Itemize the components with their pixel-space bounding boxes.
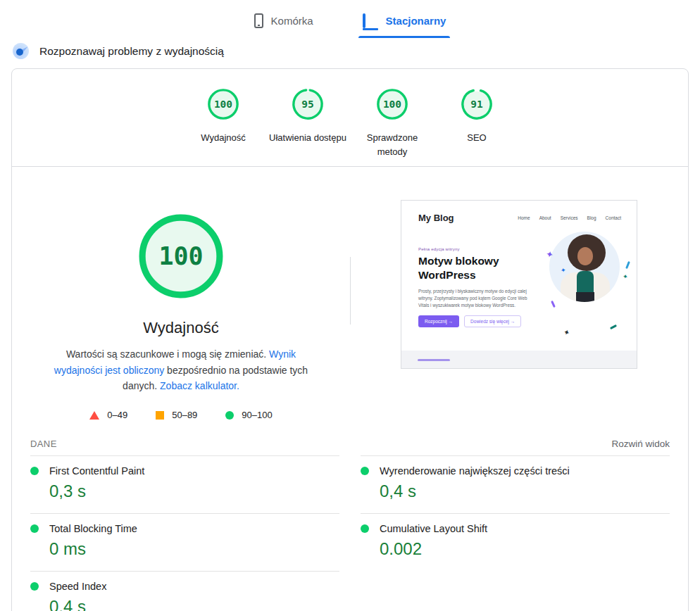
- tab-desktop-label: Stacjonarny: [386, 15, 446, 27]
- dash-decoration-blue: [625, 261, 630, 269]
- metric-value: 0,4 s: [49, 597, 339, 611]
- legend-pass-label: 90–100: [242, 410, 272, 420]
- seo-gauge: 91: [461, 88, 493, 120]
- legend-fail-label: 0–49: [107, 410, 127, 420]
- thumb-heading: Motyw blokowy WordPress: [418, 254, 503, 282]
- dash-decoration-purple: [551, 301, 556, 308]
- thumb-nav-contact: Contact: [606, 215, 621, 220]
- performance-summary: 100 Wydajność Wartości są szacunkowe i m…: [12, 188, 350, 420]
- page-screenshot-thumbnail[interactable]: My Blog Home About Services Blog Contact…: [401, 200, 637, 369]
- performance-description: Wartości są szacunkowe i mogą się zmieni…: [43, 346, 319, 393]
- page-title: Rozpoznawaj problemy z wydajnością: [39, 45, 224, 58]
- tab-desktop[interactable]: Stacjonarny: [358, 11, 451, 38]
- fail-triangle-icon: [89, 411, 99, 420]
- performance-section: 100 Wydajność Wartości są szacunkowe i m…: [12, 167, 688, 434]
- metric-largest-contentful-paint: Wyrenderowanie największej części treści…: [361, 455, 670, 513]
- thumb-secondary-button: Dowiedz się więcej →: [464, 315, 521, 327]
- star-decoration-blue: ✦: [560, 267, 566, 275]
- metrics-left-column: First Contentful Paint 0,3 s Total Block…: [30, 455, 339, 611]
- star-decoration-teal: ✦: [622, 274, 629, 282]
- thumb-nav-home: Home: [518, 215, 530, 220]
- device-tabs: Komórka Stacjonarny: [0, 0, 700, 38]
- category-performance[interactable]: 100 Wydajność: [181, 88, 265, 159]
- pass-dot-icon: [30, 524, 39, 533]
- accessibility-score: 95: [292, 88, 324, 120]
- pass-dot-icon: [361, 467, 369, 475]
- metric-total-blocking-time: Total Blocking Time 0 ms: [30, 513, 339, 571]
- legend-fail: 0–49: [89, 410, 127, 420]
- best-practices-score: 100: [376, 88, 408, 120]
- best-practices-gauge: 100: [376, 88, 408, 120]
- data-heading: DANE: [30, 439, 57, 449]
- performance-gauge: 100: [207, 88, 239, 120]
- thumb-nav-services: Services: [561, 215, 578, 220]
- legend-pass: 90–100: [225, 410, 272, 420]
- performance-label: Wydajność: [201, 131, 245, 145]
- pass-circle-icon: [225, 411, 234, 420]
- metric-value: 0 ms: [49, 539, 339, 559]
- thumb-primary-button: Rozpocznij →: [418, 315, 459, 327]
- report-header: Rozpoznawaj problemy z wydajnością: [13, 43, 700, 59]
- accessibility-gauge: 95: [292, 88, 324, 120]
- performance-score: 100: [207, 88, 239, 120]
- dash-decoration-teal: [610, 325, 617, 329]
- thumb-site-header: My Blog Home About Services Blog Contact: [401, 201, 637, 223]
- category-best-practices[interactable]: 100 Sprawdzone metody: [350, 88, 435, 159]
- category-seo[interactable]: 91 SEO: [435, 88, 519, 159]
- thumb-hero-copy: Pełna edycja witryny Motyw blokowy WordP…: [418, 247, 531, 327]
- category-accessibility[interactable]: 95 Ułatwienia dostępu: [265, 88, 350, 159]
- thumb-site-nav: Home About Services Blog Contact: [518, 215, 621, 220]
- metric-value: 0,4 s: [380, 481, 670, 501]
- metric-cumulative-layout-shift: Cumulative Layout Shift 0.002: [361, 513, 670, 571]
- thumb-nav-blog: Blog: [587, 215, 596, 220]
- metrics-grid: First Contentful Paint 0,3 s Total Block…: [12, 455, 688, 611]
- metric-name: Cumulative Layout Shift: [380, 523, 487, 534]
- accessibility-label: Ułatwienia dostępu: [269, 131, 346, 145]
- pass-dot-icon: [30, 467, 39, 475]
- thumb-eyebrow: Pełna edycja witryny: [418, 247, 531, 251]
- thumb-footer-strip: [401, 351, 637, 368]
- phone-icon: [254, 13, 263, 28]
- pass-dot-icon: [30, 582, 39, 591]
- average-square-icon: [156, 411, 164, 420]
- screenshot-pane: My Blog Home About Services Blog Contact…: [350, 188, 688, 420]
- tab-mobile[interactable]: Komórka: [250, 11, 318, 38]
- description-text-1: Wartości są szacunkowe i mogą się zmieni…: [66, 348, 269, 360]
- best-practices-label: Sprawdzone metody: [351, 131, 434, 159]
- performance-big-gauge: 100: [138, 213, 224, 299]
- calculator-link[interactable]: Zobacz kalkulator.: [160, 380, 239, 391]
- thumb-site-title: My Blog: [418, 213, 454, 223]
- performance-big-score: 100: [138, 213, 224, 299]
- metric-name: First Contentful Paint: [49, 465, 144, 477]
- category-scores-row: 100 Wydajność 95 Ułatwienia dostępu 100: [12, 69, 688, 167]
- pass-dot-icon: [361, 524, 369, 533]
- seo-label: SEO: [467, 131, 486, 145]
- report-card: 100 Wydajność 95 Ułatwienia dostępu 100: [11, 68, 689, 611]
- thumb-nav-about: About: [539, 215, 551, 220]
- tab-mobile-label: Komórka: [271, 15, 313, 27]
- star-decoration-dark: ✦: [562, 328, 570, 337]
- pagespeed-gauge-icon: [13, 43, 29, 59]
- seo-score: 91: [461, 88, 493, 120]
- metric-name: Speed Index: [49, 581, 106, 592]
- metrics-right-column: Wyrenderowanie największej części treści…: [361, 455, 670, 611]
- thumb-body-text: Prosty, przejrzysty i błyskawiczny motyw…: [418, 288, 537, 309]
- legend-average: 50–89: [156, 410, 197, 420]
- laptop-icon: [363, 15, 378, 27]
- metric-name: Total Blocking Time: [49, 523, 137, 534]
- thumb-buttons: Rozpocznij → Dowiedz się więcej →: [418, 315, 531, 327]
- performance-section-title: Wydajność: [143, 319, 218, 337]
- legend-average-label: 50–89: [172, 410, 197, 420]
- metric-value: 0.002: [380, 539, 670, 559]
- expand-view-link[interactable]: Rozwiń widok: [611, 439, 670, 449]
- metric-speed-index: Speed Index 0,4 s: [30, 571, 339, 611]
- metric-name: Wyrenderowanie największej części treści: [380, 465, 570, 477]
- data-header-row: DANE Rozwiń widok: [12, 434, 688, 455]
- metric-value: 0,3 s: [49, 481, 339, 501]
- score-legend: 0–49 50–89 90–100: [89, 410, 272, 420]
- metric-first-contentful-paint: First Contentful Paint 0,3 s: [30, 455, 339, 513]
- thumb-footer-link: [418, 359, 450, 361]
